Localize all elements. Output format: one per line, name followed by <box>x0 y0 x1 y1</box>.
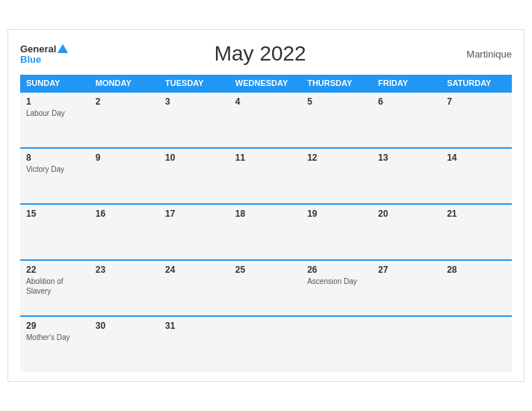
day-number: 17 <box>165 208 223 219</box>
calendar-cell: 9 <box>90 148 159 204</box>
day-number: 31 <box>165 321 223 331</box>
calendar-cell: 5 <box>301 92 372 148</box>
day-number: 13 <box>378 152 435 163</box>
day-event: Abolition of Slavery <box>26 276 84 296</box>
calendar-cell: 6 <box>372 92 441 148</box>
day-event: Labour Day <box>26 108 84 118</box>
calendar-cell: 27 <box>372 260 441 316</box>
day-number: 18 <box>235 208 295 219</box>
day-number: 15 <box>26 208 84 219</box>
day-number: 1 <box>26 96 84 107</box>
header-sunday: Sunday <box>20 75 90 92</box>
day-number: 9 <box>96 152 153 163</box>
day-number: 8 <box>26 152 84 163</box>
calendar-cell: 17 <box>159 204 229 260</box>
logo: General Blue <box>20 44 68 64</box>
week-row-3: 15161718192021 <box>20 204 512 260</box>
day-event: Victory Day <box>26 164 84 174</box>
day-number: 5 <box>307 96 366 107</box>
day-number: 6 <box>378 96 435 107</box>
calendar-cell: 25 <box>229 260 301 316</box>
calendar-cell: 14 <box>441 148 512 204</box>
calendar-cell: 7 <box>441 92 512 148</box>
day-number: 25 <box>235 265 295 275</box>
day-number: 27 <box>378 265 435 275</box>
calendar-cell: 13 <box>372 148 441 204</box>
day-number: 4 <box>235 96 295 107</box>
calendar-cell: 16 <box>90 204 159 260</box>
calendar-cell: 12 <box>301 148 372 204</box>
week-row-2: 8Victory Day91011121314 <box>20 148 512 204</box>
weekday-header-row: Sunday Monday Tuesday Wednesday Thursday… <box>20 75 512 92</box>
day-number: 20 <box>378 208 435 219</box>
calendar-cell: 24 <box>159 260 229 316</box>
header-friday: Friday <box>372 75 441 92</box>
calendar-cell: 31 <box>159 316 229 372</box>
calendar-cell: 10 <box>159 148 229 204</box>
calendar-cell: 8Victory Day <box>20 148 90 204</box>
day-number: 21 <box>447 208 506 219</box>
calendar-cell: 20 <box>372 204 441 260</box>
calendar-container: General Blue May 2022 Martinique Sunday … <box>7 29 525 382</box>
calendar-region: Martinique <box>452 49 512 60</box>
calendar-cell <box>229 316 301 372</box>
day-event: Mother's Day <box>26 333 84 342</box>
calendar-cell: 29Mother's Day <box>20 316 90 372</box>
day-number: 16 <box>96 208 153 219</box>
day-number: 28 <box>447 265 506 275</box>
calendar-title: May 2022 <box>68 42 452 66</box>
calendar-cell: 11 <box>229 148 301 204</box>
calendar-cell: 2 <box>90 92 159 148</box>
week-row-4: 22Abolition of Slavery23242526Ascension … <box>20 260 512 316</box>
day-number: 24 <box>165 265 223 275</box>
header-wednesday: Wednesday <box>229 75 301 92</box>
week-row-1: 1Labour Day234567 <box>20 92 512 148</box>
day-number: 26 <box>307 265 366 275</box>
week-row-5: 29Mother's Day3031 <box>20 316 512 372</box>
day-event: Ascension Day <box>307 276 366 286</box>
calendar-cell <box>441 316 512 372</box>
calendar-cell <box>372 316 441 372</box>
day-number: 22 <box>26 265 84 275</box>
day-number: 11 <box>235 152 295 163</box>
day-number: 19 <box>307 208 366 219</box>
day-number: 14 <box>447 152 506 163</box>
day-number: 7 <box>447 96 506 107</box>
day-number: 29 <box>26 321 84 331</box>
logo-blue: Blue <box>20 55 68 64</box>
calendar-cell: 28 <box>441 260 512 316</box>
calendar-cell: 26Ascension Day <box>301 260 372 316</box>
day-number: 12 <box>307 152 366 163</box>
calendar-grid: Sunday Monday Tuesday Wednesday Thursday… <box>20 75 512 372</box>
header-saturday: Saturday <box>441 75 512 92</box>
calendar-cell: 21 <box>441 204 512 260</box>
calendar-header: General Blue May 2022 Martinique <box>20 42 512 66</box>
logo-general: General <box>20 44 56 54</box>
logo-triangle-icon <box>58 44 68 53</box>
calendar-cell: 23 <box>90 260 159 316</box>
calendar-cell: 15 <box>20 204 90 260</box>
header-thursday: Thursday <box>301 75 372 92</box>
day-number: 23 <box>96 265 153 275</box>
calendar-cell: 19 <box>301 204 372 260</box>
header-monday: Monday <box>90 75 159 92</box>
day-number: 2 <box>96 96 153 107</box>
calendar-cell: 30 <box>90 316 159 372</box>
calendar-cell: 4 <box>229 92 301 148</box>
calendar-cell <box>301 316 372 372</box>
calendar-cell: 18 <box>229 204 301 260</box>
calendar-cell: 1Labour Day <box>20 92 90 148</box>
calendar-cell: 3 <box>159 92 229 148</box>
day-number: 10 <box>165 152 223 163</box>
header-tuesday: Tuesday <box>159 75 229 92</box>
day-number: 30 <box>96 321 153 331</box>
day-number: 3 <box>165 96 223 107</box>
calendar-cell: 22Abolition of Slavery <box>20 260 90 316</box>
